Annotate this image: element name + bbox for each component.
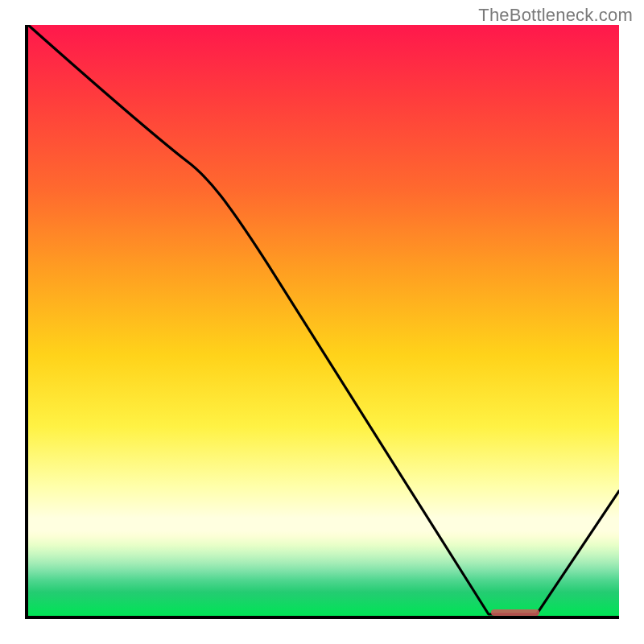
- curve-path: [28, 25, 619, 614]
- attribution-text: TheBottleneck.com: [478, 5, 633, 26]
- chart-plot-area: [25, 25, 619, 619]
- optimal-range-marker: [491, 609, 539, 616]
- bottleneck-curve: [28, 25, 619, 616]
